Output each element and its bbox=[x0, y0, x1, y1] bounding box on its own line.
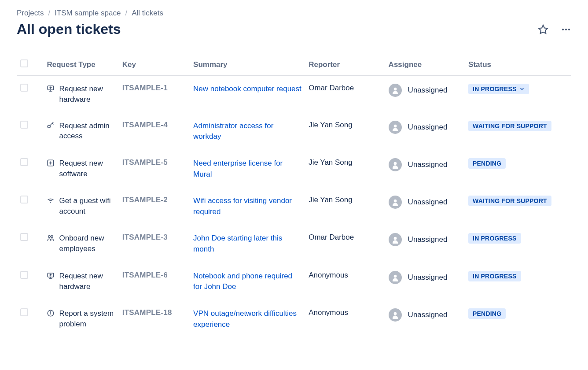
status-label: WAITING FOR SUPPORT bbox=[473, 197, 547, 204]
svg-point-2 bbox=[565, 29, 567, 30]
request-type-label: Report a system problem bbox=[59, 308, 115, 329]
ticket-summary-link[interactable]: Notebook and phone required for John Doe bbox=[193, 272, 292, 291]
svg-point-17 bbox=[393, 200, 397, 203]
status-label: IN PROGRESS bbox=[473, 235, 516, 242]
column-header-key[interactable]: Key bbox=[119, 55, 190, 75]
breadcrumb-projects[interactable]: Projects bbox=[17, 9, 44, 18]
breadcrumb-current[interactable]: All tickets bbox=[132, 9, 163, 18]
alert-icon bbox=[47, 308, 55, 320]
assignee-name[interactable]: Unassigned bbox=[408, 160, 448, 169]
avatar-icon bbox=[389, 84, 402, 97]
ticket-key[interactable]: ITSAMPLE-1 bbox=[122, 84, 168, 92]
status-badge[interactable]: WAITING FOR SUPPORT bbox=[468, 121, 551, 131]
status-label: PENDING bbox=[473, 160, 501, 167]
row-checkbox[interactable] bbox=[20, 308, 28, 316]
svg-point-20 bbox=[393, 237, 397, 240]
monitor-up-icon bbox=[47, 84, 55, 96]
ticket-summary-link[interactable]: John Doe starting later this month bbox=[193, 234, 282, 253]
request-type-label: Get a guest wifi account bbox=[59, 196, 115, 217]
svg-point-1 bbox=[562, 29, 564, 30]
monitor-up-icon bbox=[47, 271, 55, 283]
column-header-reporter[interactable]: Reporter bbox=[305, 55, 385, 75]
svg-point-28 bbox=[393, 312, 397, 315]
assignee-name[interactable]: Unassigned bbox=[408, 311, 448, 319]
svg-point-11 bbox=[393, 124, 397, 127]
svg-marker-0 bbox=[539, 25, 548, 33]
svg-point-16 bbox=[51, 202, 51, 203]
table-row: Get a guest wifi accountITSAMPLE-2Wifi a… bbox=[17, 188, 571, 225]
avatar-icon bbox=[389, 233, 402, 246]
chevron-down-icon bbox=[519, 86, 525, 92]
row-checkbox[interactable] bbox=[20, 271, 28, 279]
star-icon[interactable] bbox=[538, 24, 548, 35]
ticket-key[interactable]: ITSAMPLE-2 bbox=[122, 196, 168, 204]
ticket-summary-link[interactable]: VPN outage/network difficulties experien… bbox=[193, 309, 297, 329]
table-row: Onboard new employeesITSAMPLE-3John Doe … bbox=[17, 225, 571, 263]
row-checkbox[interactable] bbox=[20, 84, 28, 92]
status-badge[interactable]: PENDING bbox=[468, 158, 506, 169]
svg-line-10 bbox=[52, 123, 53, 124]
breadcrumb-separator: / bbox=[48, 9, 50, 18]
column-header-summary[interactable]: Summary bbox=[190, 55, 305, 75]
table-row: Request new hardwareITSAMPLE-1New notebo… bbox=[17, 75, 571, 113]
avatar-icon bbox=[389, 271, 402, 284]
reporter-name: Omar Darboe bbox=[309, 233, 354, 241]
ticket-summary-link[interactable]: Administrator access for workday bbox=[193, 122, 273, 141]
assignee-name[interactable]: Unassigned bbox=[408, 86, 448, 95]
key-icon bbox=[47, 121, 55, 133]
svg-point-18 bbox=[48, 236, 51, 238]
status-badge[interactable]: PENDING bbox=[468, 308, 506, 319]
assignee-name[interactable]: Unassigned bbox=[408, 123, 448, 132]
ticket-key[interactable]: ITSAMPLE-4 bbox=[122, 121, 168, 129]
status-badge[interactable]: WAITING FOR SUPPORT bbox=[468, 196, 551, 206]
ticket-key[interactable]: ITSAMPLE-18 bbox=[122, 308, 172, 317]
page-title: All open tickets bbox=[17, 21, 121, 37]
reporter-name: Omar Darboe bbox=[309, 84, 354, 92]
status-label: IN PROGRESS bbox=[473, 85, 516, 92]
avatar-icon bbox=[389, 158, 402, 171]
select-all-checkbox[interactable] bbox=[20, 59, 28, 67]
reporter-name: Anonymous bbox=[309, 271, 348, 279]
table-row: Report a system problemITSAMPLE-18VPN ou… bbox=[17, 300, 571, 338]
ticket-key[interactable]: ITSAMPLE-3 bbox=[122, 233, 168, 241]
ticket-key[interactable]: ITSAMPLE-5 bbox=[122, 158, 168, 166]
reporter-name: Jie Yan Song bbox=[309, 121, 353, 129]
svg-point-15 bbox=[393, 162, 397, 165]
more-icon[interactable] bbox=[561, 24, 571, 35]
ticket-key[interactable]: ITSAMPLE-6 bbox=[122, 271, 168, 279]
status-label: IN PROGRESS bbox=[473, 273, 516, 280]
column-header-status[interactable]: Status bbox=[465, 55, 571, 75]
people-icon bbox=[47, 233, 55, 245]
row-checkbox[interactable] bbox=[20, 158, 28, 166]
assignee-name[interactable]: Unassigned bbox=[408, 198, 448, 207]
assignee-name[interactable]: Unassigned bbox=[408, 273, 448, 282]
status-badge[interactable]: IN PROGRESS bbox=[468, 233, 521, 244]
column-header-assignee[interactable]: Assignee bbox=[385, 55, 465, 75]
row-checkbox[interactable] bbox=[20, 121, 28, 129]
breadcrumb-separator: / bbox=[125, 9, 127, 18]
svg-point-3 bbox=[568, 29, 570, 30]
request-type-label: Onboard new employees bbox=[59, 233, 115, 254]
request-type-label: Request new software bbox=[59, 158, 115, 179]
row-checkbox[interactable] bbox=[20, 233, 28, 241]
request-type-label: Request admin access bbox=[59, 121, 115, 142]
breadcrumb-space[interactable]: ITSM sample space bbox=[55, 9, 121, 18]
ticket-summary-link[interactable]: New notebook computer request bbox=[193, 85, 301, 93]
ticket-summary-link[interactable]: Need enterprise license for Mural bbox=[193, 159, 283, 178]
avatar-icon bbox=[389, 308, 402, 322]
svg-point-24 bbox=[393, 274, 397, 278]
column-header-request-type[interactable]: Request Type bbox=[43, 55, 118, 75]
avatar-icon bbox=[389, 121, 402, 134]
request-type-label: Request new hardware bbox=[59, 271, 115, 292]
request-type-label: Request new hardware bbox=[59, 84, 115, 105]
reporter-name: Anonymous bbox=[309, 308, 348, 317]
assignee-name[interactable]: Unassigned bbox=[408, 235, 448, 244]
title-actions bbox=[538, 24, 571, 35]
status-label: PENDING bbox=[473, 310, 501, 317]
status-badge[interactable]: IN PROGRESS bbox=[468, 84, 529, 94]
row-checkbox[interactable] bbox=[20, 196, 28, 204]
reporter-name: Jie Yan Song bbox=[309, 158, 353, 166]
status-badge[interactable]: IN PROGRESS bbox=[468, 271, 521, 281]
ticket-summary-link[interactable]: Wifi access for visiting vendor required bbox=[193, 196, 292, 216]
breadcrumb: Projects / ITSM sample space / All ticke… bbox=[17, 9, 571, 18]
